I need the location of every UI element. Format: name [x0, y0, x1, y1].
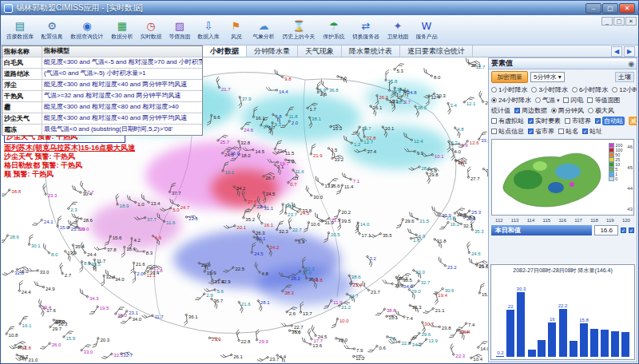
radio-option[interactable]: 气温▾ — [535, 96, 560, 105]
x-tick: 114 — [527, 218, 535, 223]
chart-bar[interactable] — [517, 292, 525, 357]
analysis-chart-icon: ▦ — [117, 20, 127, 32]
chart-bar[interactable] — [496, 356, 504, 357]
radio-option[interactable]: 6小时降水 — [572, 85, 608, 94]
x-tick: 115 — [543, 218, 551, 223]
checkbox-option[interactable]: 等值面图 — [587, 96, 620, 105]
indicator-row[interactable]: 白毛风能见度<300 and 气温<-5 and 相对湿度>70 and 小时积… — [2, 57, 202, 69]
sum-checkbox-1[interactable]: ✓ — [621, 228, 626, 233]
indicator-row[interactable]: 霾能见度<300 and 相对湿度<80 and 相对湿度>40 — [2, 102, 202, 113]
indicator-row[interactable]: 道路结冰(气温<0 and 气温>-5) 小时积水量>1 — [2, 69, 202, 80]
checkbox-option[interactable]: 闪电 — [563, 96, 583, 105]
checkbox-option[interactable]: ✓实时要素 — [528, 117, 561, 125]
tab-3[interactable]: 降水量统计表 — [342, 46, 400, 57]
contour-map-icon: ▨ — [175, 20, 185, 32]
chart-bar[interactable] — [548, 322, 556, 357]
chart-bar[interactable] — [611, 331, 619, 357]
legend-value: 100 — [615, 148, 622, 152]
import-icon: ⇩ — [204, 20, 213, 32]
checkbox-option[interactable]: ✓自动站 — [595, 117, 625, 125]
toolbar-button-clock[interactable]: ◷实时数据 — [137, 16, 165, 45]
indicator-row[interactable]: 霜冻最低气温<0 and (substring(日期时间,5,2)>'08' — [2, 125, 202, 135]
toolbar-button-switch-server[interactable]: ⇄切换服务器 — [348, 16, 383, 45]
close-button[interactable]: ✕ — [619, 3, 635, 14]
bar-value-label: 15.8 — [579, 318, 589, 323]
mdi-minimize-button[interactable]: _ — [601, 17, 613, 26]
chart-bar-group — [527, 276, 536, 357]
chart-bar[interactable] — [601, 330, 609, 357]
search-icon: ◉ — [82, 20, 91, 32]
toolbar-button-search[interactable]: ◉数据查询统计 — [66, 16, 108, 45]
indicator-model: 能见度<300 and 相对湿度<80 and 相对湿度>40 — [42, 102, 202, 113]
inset-map[interactable]: 200100502510510 46454443 — [491, 139, 634, 216]
tab-2[interactable]: 天气现象 — [298, 46, 342, 57]
checkbox-option[interactable]: 站名 — [558, 127, 578, 136]
soil-side-tab[interactable]: 土壤 — [615, 72, 634, 82]
chart-bar[interactable] — [506, 310, 514, 357]
toolbar-button-satellite[interactable]: ✦卫星地图 — [383, 16, 412, 45]
chart-bar[interactable] — [528, 350, 536, 357]
radio-option[interactable]: 3小时降水 — [531, 85, 567, 94]
chart-bar[interactable] — [621, 332, 629, 357]
pin-icon[interactable]: ◉ — [628, 60, 634, 68]
minimize-button[interactable]: – — [585, 3, 601, 14]
radio-option[interactable]: 1小时降水 — [491, 85, 527, 94]
alert-line: 顺 预警: 干热风 — [4, 170, 204, 179]
mdi-close-button[interactable]: ✕ — [625, 17, 637, 26]
radio-option[interactable]: 12小时降水 — [612, 85, 637, 94]
indicator-name: 霾 — [2, 102, 42, 113]
checkbox-option[interactable]: ✓周边数据 — [514, 106, 547, 115]
toolbar-button-cloud[interactable]: ☁气象分析 — [249, 16, 278, 45]
toolbar-button-contour-map[interactable]: ▨等值面图 — [165, 16, 194, 45]
checkbox-option[interactable]: 站点信息 — [491, 127, 524, 136]
checkbox-option[interactable]: ✓站址 — [582, 127, 602, 136]
tab-4[interactable]: 逐日要素综合统计 — [400, 46, 473, 57]
toolbar-button-history[interactable]: ⌛历史上的今天 — [278, 16, 320, 45]
tab-scroll-right-icon[interactable]: ▶ — [624, 46, 635, 57]
checkbox-option[interactable]: 有虚拟站 — [491, 117, 524, 125]
sum-checkbox-2[interactable]: ✓ — [629, 228, 634, 233]
chart-bar[interactable] — [570, 341, 577, 357]
tab-1[interactable]: 分钟降水量 — [247, 46, 298, 57]
cloud-icon: ☁ — [259, 20, 269, 32]
indicator-row[interactable]: 浮尘能见度<300 and 相对湿度<40 and 两分钟平均风速 — [2, 80, 202, 91]
checkbox-option[interactable]: ✓省市界 — [528, 127, 554, 136]
toolbar-button-wind-flag[interactable]: ⚑风况 — [223, 16, 249, 45]
toolbar-button-database[interactable]: ▤连接数据库 — [2, 16, 38, 45]
dropdown-option[interactable]: 减灾扩展▾ — [629, 117, 637, 125]
element-panel: 要素值 ◉ 加密雨量 5分钟水 ▾ 土壤 1小时降水3小时降水6小时降水12小时… — [488, 57, 637, 362]
chart-bar[interactable] — [580, 323, 588, 358]
toolbar-button-umbrella[interactable]: ☂保护系统 — [320, 16, 348, 45]
indicator-row[interactable]: 干热风气温>=32 and 相对湿度<30 and 两分钟平均风速 — [2, 91, 202, 102]
x-tick: 117 — [574, 218, 582, 223]
tab-scroll-left-icon[interactable]: ◀ — [611, 46, 622, 57]
toolbar-button-analysis-chart[interactable]: ▦数据分析 — [108, 16, 137, 45]
checkbox-option[interactable]: 市辖界 — [565, 117, 591, 125]
clock-icon: ◷ — [146, 20, 155, 32]
interval-select[interactable]: 5分钟水 ▾ — [530, 72, 565, 82]
alert-line: 格日勒敖都 预警: 干热风 — [4, 161, 204, 170]
indicator-row[interactable]: 沙尘天气能见度<300 and 相对湿度<40 and 两分钟平均风速 — [2, 113, 202, 125]
checkbox-icon: ✓ — [582, 129, 588, 134]
radio-option[interactable]: 极大风 — [588, 106, 614, 115]
radio-icon — [531, 87, 537, 93]
chart-title: 2082-27日08时-28日08时 降水量(146.4) — [491, 265, 634, 275]
toolbar-button-import[interactable]: ⇩数据入库 — [194, 16, 223, 45]
encrypted-rain-button[interactable]: 加密雨量 — [491, 71, 528, 83]
radio-option[interactable]: 两分钟风 — [551, 106, 584, 115]
radio-option[interactable]: 24小时降水 — [491, 96, 531, 105]
toolbar-button-w-product[interactable]: W服务产品 — [412, 16, 441, 45]
chevron-down-icon: ▾ — [557, 97, 560, 104]
y-tick: 46 — [627, 144, 633, 149]
panel-title: 要素值 — [491, 58, 513, 69]
chart-bar[interactable] — [559, 309, 567, 357]
option-row: 统计值✓周边数据两分钟风极大风 — [489, 105, 637, 116]
mdi-restore-button[interactable]: ▢ — [613, 17, 625, 26]
checkbox-icon: ✓ — [528, 118, 534, 124]
toolbar-button-gear[interactable]: ⚙配置信息 — [38, 16, 66, 45]
chart-bar[interactable] — [538, 340, 546, 358]
tab-0[interactable]: 小时数据 — [203, 46, 247, 57]
chart-bar[interactable] — [590, 329, 598, 357]
w-product-icon: W — [422, 20, 432, 32]
maximize-button[interactable]: ▢ — [602, 3, 618, 14]
